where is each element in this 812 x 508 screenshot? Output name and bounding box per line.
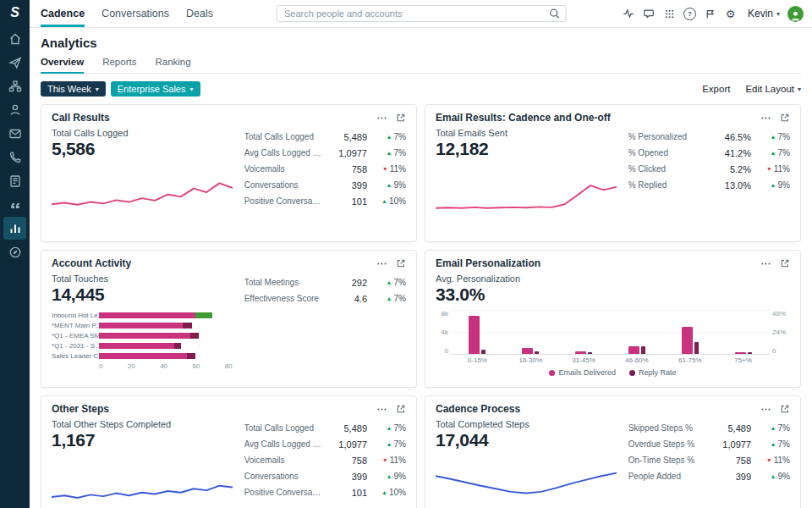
explore-icon[interactable] bbox=[3, 240, 26, 263]
help-icon[interactable]: ? bbox=[683, 8, 696, 20]
more-icon[interactable] bbox=[376, 258, 387, 269]
open-card-icon[interactable] bbox=[396, 404, 406, 414]
open-card-icon[interactable] bbox=[780, 113, 790, 123]
stat-row: Effectiveness Score4.6▲7% bbox=[244, 290, 406, 306]
chevron-down-icon: ▾ bbox=[190, 86, 194, 93]
category-label: Sales Leader C... bbox=[52, 352, 99, 360]
arrow-up-icon: ▲ bbox=[771, 425, 776, 431]
tab-reports[interactable]: Reports bbox=[102, 57, 136, 74]
filter-bar: This Week ▾ Enterprise Sales ▾ Export Ed… bbox=[41, 81, 801, 97]
feed-icon[interactable] bbox=[3, 169, 26, 192]
axis-tick: 31-45% bbox=[557, 356, 611, 364]
period-filter-label: This Week bbox=[47, 84, 91, 94]
phone-icon[interactable] bbox=[3, 146, 26, 168]
x-axis: 0-15%16-30%31-45%46-60%61-75%75+% bbox=[451, 356, 770, 364]
bar-row: Sales Leader C... bbox=[52, 351, 233, 361]
period-filter-button[interactable]: This Week ▾ bbox=[41, 81, 106, 97]
bar bbox=[628, 346, 639, 354]
account-activity-chart: Inbound Hot Le...*MENT Main P...*Q1 - EM… bbox=[52, 310, 233, 370]
user-avatar[interactable] bbox=[787, 6, 804, 22]
stat-value: 5.2% bbox=[705, 164, 751, 174]
metric-value: 1,167 bbox=[52, 430, 233, 450]
flag-icon[interactable] bbox=[704, 8, 716, 20]
team-filter-button[interactable]: Enterprise Sales ▾ bbox=[111, 81, 200, 97]
bar bbox=[735, 352, 746, 354]
home-icon[interactable] bbox=[3, 27, 26, 50]
search-icon[interactable] bbox=[548, 8, 560, 19]
salesloft-logo[interactable]: S bbox=[10, 5, 19, 20]
metric-value: 12,182 bbox=[436, 139, 617, 159]
arrow-up-icon: ▲ bbox=[387, 182, 392, 188]
card-email-personalization: Email Personalization Avg. Personalizati… bbox=[425, 250, 801, 388]
tab-ranking[interactable]: Ranking bbox=[155, 57, 190, 74]
messages-icon[interactable] bbox=[643, 8, 656, 20]
open-card-icon[interactable] bbox=[780, 258, 790, 268]
more-icon[interactable] bbox=[376, 113, 387, 124]
stat-list: Total Meetings292▲7%Effectiveness Score4… bbox=[233, 274, 406, 370]
stat-label: Effectiveness Score bbox=[244, 294, 321, 303]
app-sidebar: S bbox=[0, 0, 30, 508]
nav-item-conversations[interactable]: Conversations bbox=[102, 0, 169, 27]
apps-grid-icon[interactable] bbox=[663, 8, 676, 20]
bar-track bbox=[99, 323, 233, 329]
coaching-quotes-icon[interactable] bbox=[3, 193, 26, 216]
nav-item-cadence[interactable]: Cadence bbox=[41, 0, 85, 27]
dashboard-grid: Call Results Total Calls Logged 5,586 To… bbox=[41, 104, 801, 508]
stat-label: % Personalized bbox=[628, 132, 705, 141]
activity-icon[interactable] bbox=[623, 8, 635, 20]
axis-tick: 40 bbox=[160, 362, 167, 370]
edit-layout-button[interactable]: Edit Layout ▾ bbox=[745, 84, 801, 94]
user-menu[interactable]: Kevin ▾ bbox=[748, 8, 780, 19]
stat-label: Avg Calls Logged Per Day bbox=[244, 439, 321, 449]
card-title: Email Personalization bbox=[436, 257, 540, 269]
more-icon[interactable] bbox=[760, 404, 771, 415]
arrow-up-icon: ▲ bbox=[387, 425, 392, 431]
stat-value: 5,489 bbox=[321, 423, 367, 433]
card-title: Account Activity bbox=[52, 257, 131, 269]
metric-label: Total Emails Sent bbox=[436, 128, 617, 138]
axis-tick: 24% bbox=[772, 329, 790, 336]
arrow-up-icon: ▲ bbox=[771, 150, 776, 156]
stat-delta: ▼11% bbox=[367, 456, 406, 465]
more-icon[interactable] bbox=[760, 258, 771, 269]
stat-row: Conversations399▲9% bbox=[244, 177, 406, 193]
legend-label: Emails Delivered bbox=[558, 368, 616, 377]
export-button[interactable]: Export bbox=[702, 84, 730, 94]
axis-tick: 0-15% bbox=[451, 356, 504, 364]
tab-overview[interactable]: Overview bbox=[41, 57, 84, 74]
stat-label: On-Time Steps % bbox=[628, 456, 705, 465]
bar-group bbox=[663, 310, 716, 354]
stat-delta: ▲7% bbox=[751, 423, 790, 433]
stat-row: Skipped Steps %5,489▲7% bbox=[628, 420, 790, 436]
people-icon[interactable] bbox=[3, 98, 26, 121]
more-icon[interactable] bbox=[760, 113, 771, 124]
stat-delta: ▲9% bbox=[367, 472, 406, 481]
card-email-results: Email Results: Cadence and One-off Total… bbox=[425, 104, 801, 242]
analytics-icon[interactable] bbox=[3, 217, 26, 240]
accounts-icon[interactable] bbox=[3, 75, 26, 97]
card-cadence-process: Cadence Process Total Completed Steps 17… bbox=[425, 395, 801, 508]
stat-delta: ▼11% bbox=[751, 456, 790, 465]
line-chart bbox=[52, 461, 233, 506]
stat-label: Conversations bbox=[244, 472, 321, 481]
arrow-up-icon: ▲ bbox=[387, 473, 392, 479]
arrow-up-icon: ▲ bbox=[771, 441, 776, 447]
settings-gear-icon[interactable]: ⚙ bbox=[724, 8, 737, 20]
bar-group bbox=[451, 310, 504, 354]
open-card-icon[interactable] bbox=[396, 258, 406, 268]
bar bbox=[535, 351, 539, 354]
stat-value: 41.2% bbox=[705, 148, 751, 158]
stat-delta: ▲9% bbox=[367, 180, 406, 190]
open-card-icon[interactable] bbox=[396, 113, 406, 123]
search-input[interactable] bbox=[276, 5, 566, 22]
open-card-icon[interactable] bbox=[780, 404, 790, 414]
chevron-down-icon: ▾ bbox=[798, 86, 801, 93]
stat-label: Avg Calls Logged Per Day bbox=[244, 148, 321, 157]
global-search bbox=[276, 5, 566, 22]
metric-label: Total Touches bbox=[52, 273, 233, 284]
send-icon[interactable] bbox=[3, 51, 26, 74]
stat-label: People Added bbox=[628, 472, 705, 481]
email-icon[interactable] bbox=[3, 122, 26, 145]
more-icon[interactable] bbox=[376, 404, 387, 415]
nav-item-deals[interactable]: Deals bbox=[186, 0, 213, 27]
